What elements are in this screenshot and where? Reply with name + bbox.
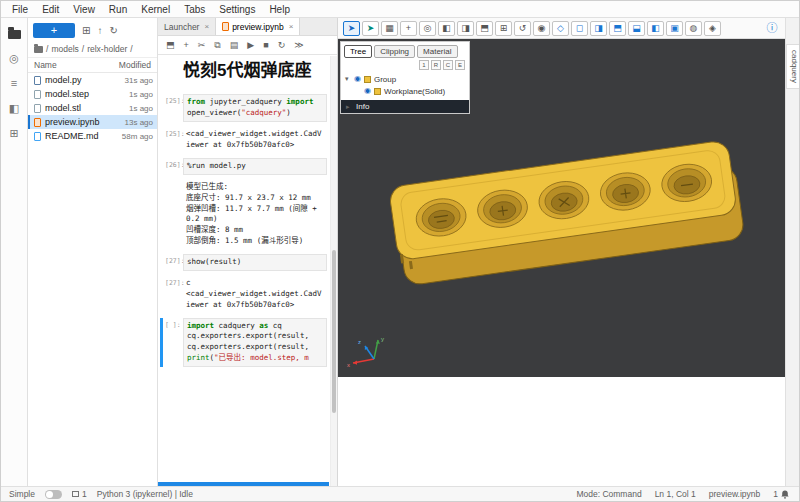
- table-of-contents-icon[interactable]: ≡: [11, 78, 17, 89]
- cad-tab-material[interactable]: Material: [417, 45, 457, 58]
- command-mode-indicator[interactable]: Mode: Command: [576, 489, 641, 499]
- tree-button-1[interactable]: 1: [419, 60, 429, 70]
- reset-view-button[interactable]: ↺: [514, 21, 531, 36]
- close-tab-icon[interactable]: ×: [289, 22, 294, 31]
- cadquery-sidebar-tab[interactable]: cadquery: [786, 44, 799, 89]
- upload-icon[interactable]: ↑: [97, 25, 102, 36]
- notifications-button[interactable]: 1: [773, 489, 789, 499]
- plane-xz-toggle-button[interactable]: ◨: [457, 21, 474, 36]
- tree-control-buttons: 1RCE: [341, 60, 469, 73]
- file-row-README.md[interactable]: README.md58m ago: [28, 129, 157, 143]
- breadcrumb-models[interactable]: models: [51, 44, 78, 54]
- interrupt-kernel-icon[interactable]: ■: [263, 40, 268, 50]
- terminal-sessions[interactable]: 1: [72, 489, 87, 499]
- menu-edit[interactable]: Edit: [35, 4, 66, 15]
- tree-button-e[interactable]: E: [455, 60, 465, 70]
- cell-code-7[interactable]: [ ]:import cadquery as cq cq.exporters.e…: [160, 318, 327, 368]
- run-all-icon[interactable]: ≫: [294, 40, 303, 50]
- tree-node-group[interactable]: ▾◉Group: [341, 73, 469, 85]
- restart-kernel-icon[interactable]: ↻: [278, 40, 286, 50]
- save-icon[interactable]: ⬒: [166, 40, 175, 50]
- tab-launcher[interactable]: Launcher×: [158, 18, 216, 35]
- copy-cell-icon[interactable]: ⧉: [214, 40, 220, 51]
- visibility-eye-icon[interactable]: ◉: [354, 75, 361, 83]
- cell-output-6[interactable]: [27]:c <cad_viewer_widget.widget.CadView…: [160, 276, 327, 313]
- run-cell-icon[interactable]: ▶: [247, 40, 254, 50]
- new-folder-icon[interactable]: ⊞: [82, 25, 90, 36]
- file-modified: 1s ago: [129, 104, 153, 113]
- kernel-status[interactable]: Python 3 (ipykernel) | Idle: [97, 489, 193, 499]
- cut-cell-icon[interactable]: ✂: [198, 40, 206, 50]
- simple-mode-toggle[interactable]: [45, 490, 62, 499]
- iso-view-button[interactable]: ◇: [552, 21, 569, 36]
- notebook-icon: [222, 22, 229, 31]
- new-launcher-button[interactable]: +: [33, 23, 75, 38]
- menu-file[interactable]: File: [5, 4, 35, 15]
- cell-code-3[interactable]: [26]:%run model.py: [160, 158, 327, 175]
- axes0-toggle-button[interactable]: ◎: [419, 21, 436, 36]
- cell-output: c <cad_viewer_widget.widget.CadViewer at…: [183, 276, 327, 313]
- paste-cell-icon[interactable]: ▤: [230, 40, 239, 50]
- cursor-position[interactable]: Ln 1, Col 1: [655, 489, 696, 499]
- refresh-icon[interactable]: ↻: [109, 25, 117, 36]
- cell-output-4[interactable]: 模型已生成: 底座尺寸: 91.7 x 23.7 x 12 mm 烟弹凹槽: 1…: [160, 180, 327, 249]
- visibility-eye-icon[interactable]: ◉: [364, 87, 371, 95]
- cad-viewport[interactable]: TreeClippingMaterial 1RCE ▾◉Group◉Workpl…: [338, 39, 785, 377]
- cad-tab-clipping[interactable]: Clipping: [374, 45, 415, 58]
- file-row-model.py[interactable]: model.py31s ago: [28, 73, 157, 87]
- code-input[interactable]: import cadquery as cq cq.exporters.expor…: [183, 318, 327, 368]
- cell-code-5[interactable]: [27]:show(result): [160, 254, 327, 271]
- black-edges-toggle-button[interactable]: ◈: [704, 21, 721, 36]
- select-mode-button[interactable]: ➤: [343, 21, 360, 36]
- cell-code-1[interactable]: [25]:from jupyter_cadquery import open_v…: [160, 94, 327, 122]
- running-sessions-icon[interactable]: ◎: [9, 53, 19, 64]
- code-input[interactable]: %run model.py: [183, 158, 327, 175]
- menu-tabs[interactable]: Tabs: [177, 4, 212, 15]
- plane-yz-toggle-button[interactable]: ⬒: [476, 21, 493, 36]
- column-modified[interactable]: Modified: [119, 60, 151, 70]
- cell-markdown-0[interactable]: 悦刻5代烟弹底座: [160, 59, 327, 89]
- cad-tab-tree[interactable]: Tree: [344, 45, 372, 58]
- help-button[interactable]: ⓘ: [764, 21, 780, 36]
- home-folder-icon[interactable]: [34, 46, 43, 53]
- menu-view[interactable]: View: [66, 4, 102, 15]
- front-view-button[interactable]: ◻: [571, 21, 588, 36]
- breadcrumb-relx-holder[interactable]: relx-holder: [87, 44, 127, 54]
- menu-settings[interactable]: Settings: [212, 4, 262, 15]
- tree-button-c[interactable]: C: [443, 60, 453, 70]
- close-tab-icon[interactable]: ×: [204, 22, 209, 31]
- notebook-horizontal-scrollbar[interactable]: [158, 482, 329, 486]
- file-row-model.step[interactable]: model.step1s ago: [28, 87, 157, 101]
- tree-node-workplane-solid-[interactable]: ◉Workplane(Solid): [341, 85, 469, 97]
- left-view-button[interactable]: ◧: [647, 21, 664, 36]
- top-view-button[interactable]: ⬒: [609, 21, 626, 36]
- menu-run[interactable]: Run: [102, 4, 134, 15]
- scrollbar-thumb[interactable]: [332, 250, 336, 413]
- code-input[interactable]: from jupyter_cadquery import open_viewer…: [183, 94, 327, 122]
- axes-toggle-button[interactable]: +: [400, 21, 417, 36]
- code-input[interactable]: show(result): [183, 254, 327, 271]
- file-browser-icon[interactable]: [8, 30, 21, 39]
- info-section-header[interactable]: ▸ Info: [341, 100, 469, 113]
- menu-help[interactable]: Help: [262, 4, 297, 15]
- tab-preview-ipynb[interactable]: preview.ipynb×: [216, 18, 300, 35]
- plane-xy-toggle-button[interactable]: ◧: [438, 21, 455, 36]
- fit-view-button[interactable]: ◉: [533, 21, 550, 36]
- column-name[interactable]: Name: [34, 60, 57, 70]
- property-inspector-icon[interactable]: ◧: [9, 103, 19, 114]
- tree-button-r[interactable]: R: [431, 60, 441, 70]
- right-view-button[interactable]: ▣: [666, 21, 683, 36]
- file-row-preview.ipynb[interactable]: preview.ipynb13s ago: [28, 115, 157, 129]
- notebook-vertical-scrollbar[interactable]: [330, 56, 337, 486]
- ortho-toggle-button[interactable]: ⊞: [495, 21, 512, 36]
- cell-output-2[interactable]: [25]:<cad_viewer_widget.widget.CadViewer…: [160, 127, 327, 153]
- measure-mode-button[interactable]: ➤: [362, 21, 379, 36]
- grid-toggle-button[interactable]: ▦: [381, 21, 398, 36]
- back-view-button[interactable]: ◨: [590, 21, 607, 36]
- extensions-icon[interactable]: ⊞: [9, 128, 18, 139]
- file-row-model.stl[interactable]: model.stl1s ago: [28, 101, 157, 115]
- transparent-toggle-button[interactable]: ◍: [685, 21, 702, 36]
- menu-kernel[interactable]: Kernel: [134, 4, 177, 15]
- bottom-view-button[interactable]: ⬓: [628, 21, 645, 36]
- insert-cell-icon[interactable]: +: [184, 40, 189, 50]
